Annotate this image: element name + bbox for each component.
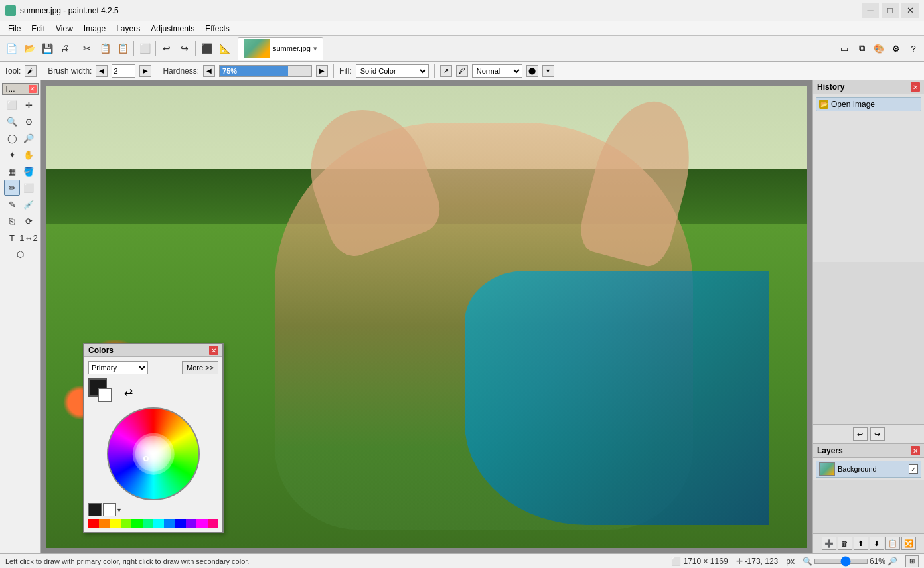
- swatch-dropdown-arrow[interactable]: ▾: [117, 506, 121, 514]
- open-button[interactable]: 📂: [21, 40, 38, 57]
- brush-width-input[interactable]: [112, 64, 135, 78]
- palette-magenta[interactable]: [196, 519, 207, 528]
- palette-lime[interactable]: [121, 519, 131, 528]
- duplicate-layer-button[interactable]: 📋: [886, 537, 900, 550]
- palette-azure[interactable]: [164, 519, 175, 528]
- move-layer-up-button[interactable]: ⬆: [854, 537, 868, 550]
- selection-tool-icon[interactable]: ▭: [836, 40, 852, 56]
- clone-stamp-tool[interactable]: ⎘: [4, 213, 20, 229]
- blend-icon-2[interactable]: 🖊: [456, 65, 468, 77]
- settings-icon[interactable]: ⚙: [888, 40, 904, 56]
- brush-width-decrease[interactable]: ◀: [96, 65, 108, 77]
- tools-panel-close[interactable]: ✕: [29, 85, 37, 93]
- history-undo-button[interactable]: ↩: [853, 427, 868, 441]
- image-tab[interactable]: summer.jpg ▾: [238, 37, 323, 60]
- secondary-swatch[interactable]: [98, 388, 112, 402]
- crop-button[interactable]: ⬛: [198, 40, 215, 57]
- history-panel-close[interactable]: ✕: [911, 82, 920, 92]
- blend-mode-dropdown[interactable]: Normal Multiply Screen Overlay: [472, 64, 522, 78]
- color-picker-tool[interactable]: 💉: [21, 196, 37, 212]
- zoom-increase-icon[interactable]: 🔎: [887, 557, 897, 566]
- history-redo-button[interactable]: ↪: [870, 427, 885, 441]
- shapes-tool[interactable]: ⬡: [13, 246, 29, 262]
- rectangle-select-tool[interactable]: ⬜: [4, 97, 20, 113]
- palette-yellow[interactable]: [110, 519, 121, 528]
- text-tool[interactable]: T: [4, 230, 20, 246]
- palette-rose[interactable]: [208, 519, 218, 528]
- menu-file[interactable]: File: [3, 23, 26, 35]
- maximize-button[interactable]: □: [882, 3, 899, 18]
- color-wheel[interactable]: [107, 407, 200, 500]
- resize-button[interactable]: 📐: [216, 40, 233, 57]
- measure-tool[interactable]: 1↔2: [21, 230, 37, 246]
- cut-button[interactable]: ✂: [78, 40, 96, 57]
- menu-layers[interactable]: Layers: [111, 23, 145, 35]
- palette-blue[interactable]: [175, 519, 186, 528]
- hardness-bar[interactable]: 75%: [219, 65, 312, 77]
- zoom-slider[interactable]: [814, 559, 868, 564]
- zoom-in-tool[interactable]: 🔎: [21, 130, 37, 146]
- color-picker-top-icon[interactable]: 🎨: [871, 40, 887, 56]
- palette-violet[interactable]: [186, 519, 196, 528]
- add-layer-button[interactable]: ➕: [822, 537, 836, 550]
- history-item-open-image[interactable]: 📂 Open Image: [816, 97, 921, 111]
- print-button[interactable]: 🖨: [56, 40, 74, 57]
- deselect-button[interactable]: ⬜: [136, 40, 153, 57]
- blend-icon-3[interactable]: ⬤: [526, 65, 538, 77]
- merge-layers-button[interactable]: 🔀: [901, 537, 916, 550]
- gradient-tool[interactable]: ▦: [4, 163, 20, 179]
- menu-image[interactable]: Image: [78, 23, 111, 35]
- blend-icon-1[interactable]: ↗: [440, 65, 452, 77]
- minimize-button[interactable]: ─: [862, 3, 879, 18]
- layer-visibility-checkbox[interactable]: ✓: [909, 464, 918, 474]
- more-button[interactable]: More >>: [182, 361, 218, 374]
- palette-cyan[interactable]: [153, 519, 164, 528]
- layers-panel-close[interactable]: ✕: [911, 446, 920, 455]
- ellipse-tool[interactable]: ◯: [4, 130, 20, 146]
- primary-secondary-select[interactable]: Primary Secondary: [88, 361, 148, 374]
- canvas-area[interactable]: Colors ✕ Primary Secondary More >> ⇄: [41, 80, 812, 553]
- copy-merge-icon[interactable]: ⧉: [854, 40, 870, 56]
- eraser-tool[interactable]: ⬜: [21, 180, 37, 196]
- palette-green[interactable]: [131, 519, 142, 528]
- lasso-tool[interactable]: ⊙: [21, 113, 37, 129]
- pencil-tool[interactable]: ✎: [4, 196, 20, 212]
- palette-orange[interactable]: [99, 519, 110, 528]
- recolor-tool[interactable]: ⟳: [21, 213, 37, 229]
- colors-panel-close[interactable]: ✕: [209, 346, 218, 355]
- hardness-decrease[interactable]: ◀: [203, 65, 215, 77]
- paint-bucket-tool[interactable]: 🪣: [21, 163, 37, 179]
- zoom-decrease-icon[interactable]: 🔍: [803, 557, 812, 566]
- magic-wand-tool[interactable]: ✦: [4, 147, 20, 163]
- palette-spring[interactable]: [143, 519, 153, 528]
- paste-button[interactable]: 📋: [114, 40, 131, 57]
- swatch-white[interactable]: [103, 503, 116, 516]
- pan-tool[interactable]: ✋: [21, 147, 37, 163]
- swatch-black[interactable]: [88, 503, 102, 516]
- menu-edit[interactable]: Edit: [26, 23, 50, 35]
- menu-adjustments[interactable]: Adjustments: [145, 23, 200, 35]
- blend-arrow[interactable]: ▾: [542, 65, 554, 77]
- brush-tool[interactable]: ✏: [4, 180, 20, 196]
- menu-view[interactable]: View: [50, 23, 78, 35]
- save-button[interactable]: 💾: [38, 40, 56, 57]
- layer-background-item[interactable]: Background ✓: [816, 461, 921, 478]
- move-tool[interactable]: ✛: [21, 97, 37, 113]
- palette-red[interactable]: [88, 519, 99, 528]
- new-file-button[interactable]: 📄: [3, 40, 20, 57]
- swap-colors-icon[interactable]: ⇄: [124, 386, 133, 398]
- zoom-tool[interactable]: 🔍: [4, 113, 20, 129]
- copy-button[interactable]: 📋: [96, 40, 114, 57]
- undo-button[interactable]: ↩: [158, 40, 175, 57]
- fit-to-window-button[interactable]: ⊞: [905, 555, 919, 567]
- brush-icon[interactable]: 🖌: [25, 65, 37, 77]
- fill-dropdown[interactable]: Solid Color Linear Gradient Radial Gradi…: [356, 64, 429, 78]
- delete-layer-button[interactable]: 🗑: [838, 537, 852, 550]
- redo-button[interactable]: ↪: [176, 40, 193, 57]
- help-icon[interactable]: ?: [905, 40, 921, 56]
- menu-effects[interactable]: Effects: [200, 23, 234, 35]
- move-layer-down-button[interactable]: ⬇: [870, 537, 884, 550]
- brush-width-increase[interactable]: ▶: [139, 65, 151, 77]
- close-button[interactable]: ✕: [901, 3, 919, 18]
- hardness-increase[interactable]: ▶: [316, 65, 328, 77]
